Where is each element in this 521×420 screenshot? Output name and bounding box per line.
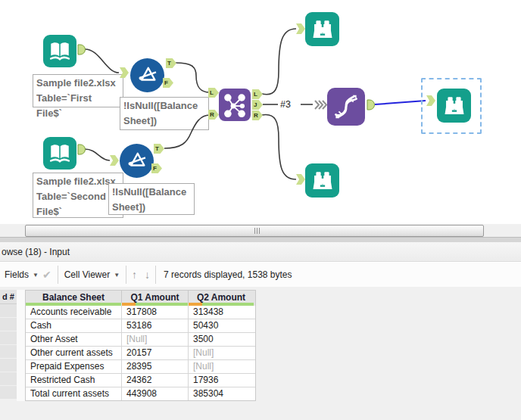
table-row[interactable]: Prepaid Expenses28395[Null] [26, 360, 255, 374]
binoculars-icon [309, 16, 336, 43]
input-anchor[interactable] [110, 155, 119, 166]
input-data-tool-2[interactable] [43, 137, 76, 170]
filter-tool-2[interactable] [120, 144, 154, 178]
table-row[interactable]: Other current assets20157[Null] [26, 347, 255, 360]
table-cell[interactable]: 317808 [122, 306, 189, 319]
table-cell[interactable]: [Null] [189, 347, 254, 359]
toolbar-separator [58, 266, 58, 284]
macro-tool[interactable] [327, 88, 365, 126]
fields-dropdown[interactable]: Fields ▼ ✔ [0, 266, 56, 284]
record-number-cell[interactable] [0, 304, 17, 317]
join-tool[interactable] [219, 89, 251, 121]
column-header-q1-amount[interactable]: Q1 Amount [122, 291, 189, 303]
table-cell[interactable]: 385304 [189, 387, 254, 400]
workflow-canvas[interactable]: Sample file2.xlsx Table=`First File$` Sa… [0, 0, 521, 225]
browse-tool-selected[interactable] [437, 89, 471, 123]
table-cell[interactable]: [Null] [189, 360, 254, 373]
results-toolbar: Fields ▼ ✔ Cell Viewer ▼ ↑ ↓ 7 records d… [0, 263, 521, 287]
table-row[interactable]: Total current assets443908385304 [26, 387, 255, 400]
table-cell[interactable]: 20157 [122, 347, 189, 359]
horizontal-scrollbar[interactable] [0, 224, 521, 238]
cell-viewer-dropdown[interactable]: Cell Viewer ▼ [60, 266, 124, 284]
join-left-output-anchor[interactable]: L [252, 89, 263, 99]
table-cell[interactable]: 313438 [189, 306, 254, 319]
output-anchor[interactable] [77, 144, 86, 158]
record-count-status: 7 records displayed, 1538 bytes [158, 269, 292, 280]
false-anchor[interactable]: F [151, 163, 162, 173]
up-arrow-button[interactable]: ↑ [128, 269, 141, 281]
table-cell[interactable]: 28395 [122, 360, 189, 373]
check-icon: ✔ [42, 269, 51, 281]
record-number-cell[interactable] [0, 372, 17, 385]
join-joined-output-anchor[interactable]: J [252, 100, 263, 110]
toolbar-separator [126, 266, 126, 284]
table-cell[interactable]: [Null] [122, 333, 189, 346]
output-anchor[interactable] [77, 44, 86, 58]
input-anchor[interactable] [120, 67, 129, 78]
table-cell[interactable]: 443908 [122, 387, 189, 400]
annotation-filter-1[interactable]: !IsNull([Balance Sheet]) [120, 97, 209, 130]
record-number-cell[interactable] [0, 331, 17, 344]
scrollbar-grip-icon [254, 228, 262, 234]
filter-icon [134, 62, 161, 89]
scrollbar-thumb[interactable] [25, 225, 484, 237]
table-cell[interactable]: Accounts receivable [26, 306, 122, 319]
table-cell[interactable]: Other current assets [26, 347, 122, 359]
table-cell[interactable]: 3500 [189, 333, 254, 346]
toolbar-separator [155, 266, 156, 284]
record-number-header[interactable]: d # [0, 290, 17, 304]
chevron-down-icon: ▼ [114, 272, 120, 278]
filter-icon [123, 148, 151, 175]
binoculars-icon [309, 167, 336, 194]
record-number-cell[interactable] [0, 345, 17, 358]
record-number-cell[interactable] [0, 359, 17, 372]
annotation-filter-2[interactable]: !IsNull([Balance Sheet]) [108, 183, 195, 215]
data-grid: Balance Sheet Q1 Amount Q2 Amount Accoun… [25, 290, 256, 401]
record-number-cell[interactable] [0, 386, 17, 399]
wireless-connection-label: #3 [280, 99, 291, 110]
alteryx-designer-window: Sample file2.xlsx Table=`First File$` Sa… [0, 0, 521, 420]
chevron-down-icon: ▼ [33, 272, 39, 278]
book-icon [45, 140, 74, 167]
table-cell[interactable]: Other Asset [26, 333, 122, 346]
input-anchor[interactable] [296, 174, 305, 185]
true-anchor[interactable]: T [166, 58, 176, 68]
annotation-input-1[interactable]: Sample file2.xlsx Table=`First File$` [33, 74, 123, 107]
column-gap [17, 290, 25, 401]
table-row[interactable]: Accounts receivable317808313438 [26, 306, 255, 319]
table-cell[interactable]: Total current assets [26, 387, 122, 400]
column-header-q2-amount[interactable]: Q2 Amount [189, 291, 254, 303]
down-arrow-button[interactable]: ↓ [141, 269, 154, 281]
filter-tool-1[interactable] [130, 58, 164, 92]
join-right-input-anchor[interactable]: R [208, 110, 219, 120]
false-anchor[interactable]: F [163, 78, 173, 88]
table-cell[interactable]: Cash [26, 319, 122, 332]
table-cell[interactable]: Restricted Cash [26, 374, 122, 387]
table-row[interactable]: Restricted Cash2436217936 [26, 374, 255, 387]
input-data-tool-1[interactable] [43, 35, 76, 67]
table-cell[interactable]: 17936 [189, 374, 254, 387]
grid-header-row: Balance Sheet Q1 Amount Q2 Amount [26, 291, 255, 303]
browse-tool-top[interactable] [305, 12, 339, 46]
join-right-output-anchor[interactable]: R [252, 110, 263, 120]
browse-tool-bottom[interactable] [305, 163, 339, 198]
join-left-input-anchor[interactable]: L [208, 88, 219, 98]
table-cell[interactable]: 50430 [189, 319, 254, 332]
book-icon [45, 38, 74, 65]
table-cell[interactable]: 53186 [122, 319, 189, 332]
record-number-cell[interactable] [0, 318, 17, 331]
output-anchor[interactable] [367, 99, 375, 114]
table-cell[interactable]: 24362 [122, 374, 189, 387]
table-cell[interactable]: Prepaid Expenses [26, 360, 122, 373]
column-header-balance-sheet[interactable]: Balance Sheet [26, 291, 122, 303]
results-panel-header: owse (18) - Input [0, 242, 521, 262]
data-quality-bar [122, 303, 188, 306]
panel-title: owse (18) - Input [2, 247, 70, 257]
true-anchor[interactable]: T [154, 144, 164, 154]
selected-wire [375, 101, 426, 104]
data-quality-bar [26, 303, 121, 306]
input-anchor[interactable] [296, 23, 305, 34]
table-row[interactable]: Other Asset[Null]3500 [26, 333, 255, 347]
record-number-column: d # [0, 290, 17, 400]
table-row[interactable]: Cash5318650430 [26, 319, 255, 333]
